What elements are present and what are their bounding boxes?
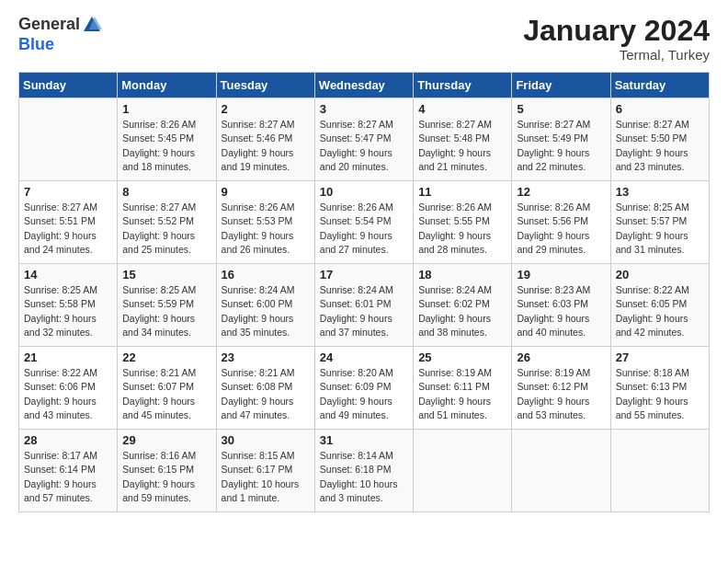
calendar-cell: 27Sunrise: 8:18 AM Sunset: 6:13 PM Dayli… xyxy=(610,347,709,430)
col-header-friday: Friday xyxy=(512,73,610,98)
calendar-cell: 12Sunrise: 8:26 AM Sunset: 5:56 PM Dayli… xyxy=(512,181,610,264)
day-number: 29 xyxy=(122,433,210,447)
col-header-tuesday: Tuesday xyxy=(216,73,314,98)
day-number: 21 xyxy=(24,350,112,364)
calendar-cell xyxy=(610,430,709,512)
calendar-cell: 13Sunrise: 8:25 AM Sunset: 5:57 PM Dayli… xyxy=(610,181,709,264)
day-number: 17 xyxy=(320,268,408,282)
day-number: 20 xyxy=(616,268,704,282)
day-number: 18 xyxy=(418,268,506,282)
logo-blue-text: Blue xyxy=(18,35,102,55)
day-number: 23 xyxy=(222,350,310,364)
day-info: Sunrise: 8:25 AM Sunset: 5:57 PM Dayligh… xyxy=(616,201,704,257)
day-info: Sunrise: 8:27 AM Sunset: 5:46 PM Dayligh… xyxy=(222,118,310,174)
day-info: Sunrise: 8:19 AM Sunset: 6:11 PM Dayligh… xyxy=(418,366,506,422)
day-number: 8 xyxy=(122,185,210,199)
calendar-cell: 11Sunrise: 8:26 AM Sunset: 5:55 PM Dayli… xyxy=(414,181,512,264)
calendar-table: SundayMondayTuesdayWednesdayThursdayFrid… xyxy=(18,72,710,512)
calendar-cell: 19Sunrise: 8:23 AM Sunset: 6:03 PM Dayli… xyxy=(512,264,610,347)
day-number: 26 xyxy=(517,350,605,364)
day-info: Sunrise: 8:14 AM Sunset: 6:18 PM Dayligh… xyxy=(320,449,408,505)
col-header-thursday: Thursday xyxy=(414,73,512,98)
calendar-cell: 5Sunrise: 8:27 AM Sunset: 5:49 PM Daylig… xyxy=(512,98,610,181)
day-info: Sunrise: 8:22 AM Sunset: 6:06 PM Dayligh… xyxy=(24,366,112,422)
calendar-cell: 21Sunrise: 8:22 AM Sunset: 6:06 PM Dayli… xyxy=(19,347,118,430)
calendar-cell: 23Sunrise: 8:21 AM Sunset: 6:08 PM Dayli… xyxy=(216,347,314,430)
calendar-cell: 3Sunrise: 8:27 AM Sunset: 5:47 PM Daylig… xyxy=(314,98,413,181)
day-info: Sunrise: 8:24 AM Sunset: 6:01 PM Dayligh… xyxy=(320,283,408,339)
day-number: 6 xyxy=(616,102,704,116)
title-block: January 2024 Termal, Turkey xyxy=(523,15,710,63)
week-row-1: 7Sunrise: 8:27 AM Sunset: 5:51 PM Daylig… xyxy=(19,181,710,264)
day-number: 7 xyxy=(24,185,112,199)
day-info: Sunrise: 8:27 AM Sunset: 5:51 PM Dayligh… xyxy=(24,201,112,257)
day-info: Sunrise: 8:22 AM Sunset: 6:05 PM Dayligh… xyxy=(616,283,704,339)
month-title: January 2024 xyxy=(523,15,710,47)
col-header-saturday: Saturday xyxy=(610,73,709,98)
day-number: 27 xyxy=(616,350,704,364)
page-container: General Blue January 2024 Termal, Turkey… xyxy=(0,0,728,527)
day-info: Sunrise: 8:27 AM Sunset: 5:50 PM Dayligh… xyxy=(616,118,704,174)
day-info: Sunrise: 8:18 AM Sunset: 6:13 PM Dayligh… xyxy=(616,366,704,422)
calendar-cell xyxy=(414,430,512,512)
day-info: Sunrise: 8:24 AM Sunset: 6:02 PM Dayligh… xyxy=(418,283,506,339)
day-number: 16 xyxy=(222,268,310,282)
calendar-cell: 22Sunrise: 8:21 AM Sunset: 6:07 PM Dayli… xyxy=(118,347,216,430)
day-info: Sunrise: 8:20 AM Sunset: 6:09 PM Dayligh… xyxy=(320,366,408,422)
day-info: Sunrise: 8:19 AM Sunset: 6:12 PM Dayligh… xyxy=(517,366,605,422)
col-header-sunday: Sunday xyxy=(19,73,118,98)
col-header-wednesday: Wednesday xyxy=(314,73,413,98)
logo-general-text: General xyxy=(18,15,80,35)
day-info: Sunrise: 8:26 AM Sunset: 5:55 PM Dayligh… xyxy=(418,201,506,257)
day-number: 12 xyxy=(517,185,605,199)
calendar-cell: 2Sunrise: 8:27 AM Sunset: 5:46 PM Daylig… xyxy=(216,98,314,181)
day-number: 25 xyxy=(418,350,506,364)
header: General Blue January 2024 Termal, Turkey xyxy=(18,15,710,63)
day-number: 1 xyxy=(122,102,210,116)
calendar-cell: 4Sunrise: 8:27 AM Sunset: 5:48 PM Daylig… xyxy=(414,98,512,181)
day-info: Sunrise: 8:21 AM Sunset: 6:07 PM Dayligh… xyxy=(122,366,210,422)
logo-icon xyxy=(82,15,102,35)
calendar-cell: 17Sunrise: 8:24 AM Sunset: 6:01 PM Dayli… xyxy=(314,264,413,347)
calendar-cell: 10Sunrise: 8:26 AM Sunset: 5:54 PM Dayli… xyxy=(314,181,413,264)
week-row-3: 21Sunrise: 8:22 AM Sunset: 6:06 PM Dayli… xyxy=(19,347,710,430)
week-row-2: 14Sunrise: 8:25 AM Sunset: 5:58 PM Dayli… xyxy=(19,264,710,347)
day-number: 14 xyxy=(24,268,112,282)
day-number: 13 xyxy=(616,185,704,199)
day-number: 22 xyxy=(122,350,210,364)
calendar-cell: 9Sunrise: 8:26 AM Sunset: 5:53 PM Daylig… xyxy=(216,181,314,264)
day-number: 19 xyxy=(517,268,605,282)
calendar-cell xyxy=(512,430,610,512)
day-info: Sunrise: 8:25 AM Sunset: 5:58 PM Dayligh… xyxy=(24,283,112,339)
calendar-cell: 8Sunrise: 8:27 AM Sunset: 5:52 PM Daylig… xyxy=(118,181,216,264)
calendar-cell: 15Sunrise: 8:25 AM Sunset: 5:59 PM Dayli… xyxy=(118,264,216,347)
col-header-monday: Monday xyxy=(118,73,216,98)
calendar-cell: 28Sunrise: 8:17 AM Sunset: 6:14 PM Dayli… xyxy=(19,430,118,512)
logo: General Blue xyxy=(18,15,102,55)
calendar-cell: 24Sunrise: 8:20 AM Sunset: 6:09 PM Dayli… xyxy=(314,347,413,430)
day-number: 28 xyxy=(24,433,112,447)
day-info: Sunrise: 8:23 AM Sunset: 6:03 PM Dayligh… xyxy=(517,283,605,339)
day-info: Sunrise: 8:27 AM Sunset: 5:52 PM Dayligh… xyxy=(122,201,210,257)
calendar-cell: 18Sunrise: 8:24 AM Sunset: 6:02 PM Dayli… xyxy=(414,264,512,347)
calendar-cell: 30Sunrise: 8:15 AM Sunset: 6:17 PM Dayli… xyxy=(216,430,314,512)
day-info: Sunrise: 8:16 AM Sunset: 6:15 PM Dayligh… xyxy=(122,449,210,505)
calendar-cell: 7Sunrise: 8:27 AM Sunset: 5:51 PM Daylig… xyxy=(19,181,118,264)
day-number: 4 xyxy=(418,102,506,116)
day-info: Sunrise: 8:15 AM Sunset: 6:17 PM Dayligh… xyxy=(222,449,310,505)
day-number: 3 xyxy=(320,102,408,116)
day-number: 9 xyxy=(222,185,310,199)
day-info: Sunrise: 8:21 AM Sunset: 6:08 PM Dayligh… xyxy=(222,366,310,422)
calendar-cell: 25Sunrise: 8:19 AM Sunset: 6:11 PM Dayli… xyxy=(414,347,512,430)
day-number: 30 xyxy=(222,433,310,447)
day-number: 10 xyxy=(320,185,408,199)
day-number: 24 xyxy=(320,350,408,364)
calendar-cell: 6Sunrise: 8:27 AM Sunset: 5:50 PM Daylig… xyxy=(610,98,709,181)
calendar-cell: 1Sunrise: 8:26 AM Sunset: 5:45 PM Daylig… xyxy=(118,98,216,181)
day-info: Sunrise: 8:27 AM Sunset: 5:49 PM Dayligh… xyxy=(517,118,605,174)
day-number: 2 xyxy=(222,102,310,116)
day-number: 31 xyxy=(320,433,408,447)
header-row: SundayMondayTuesdayWednesdayThursdayFrid… xyxy=(19,73,710,98)
day-info: Sunrise: 8:27 AM Sunset: 5:48 PM Dayligh… xyxy=(418,118,506,174)
week-row-0: 1Sunrise: 8:26 AM Sunset: 5:45 PM Daylig… xyxy=(19,98,710,181)
